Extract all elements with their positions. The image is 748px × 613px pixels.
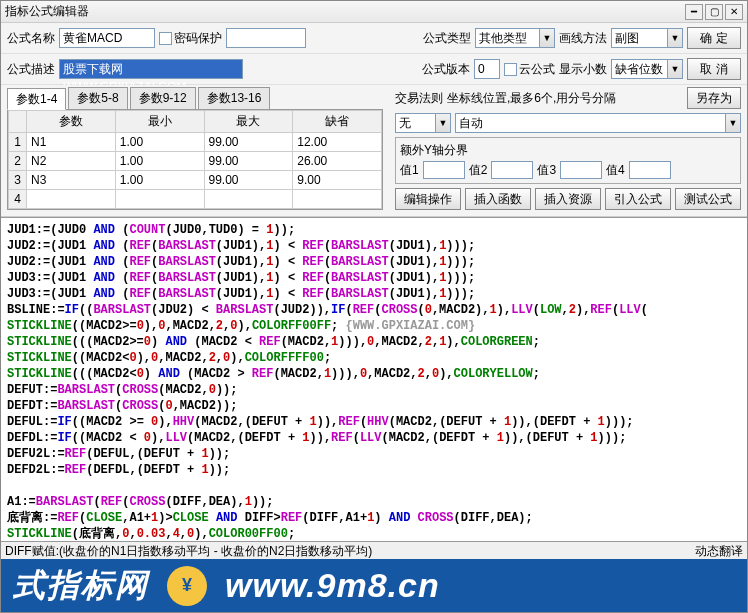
formula-type-label: 公式类型 (423, 30, 471, 47)
table-row: 3 (9, 171, 382, 190)
value2-input[interactable] (491, 161, 533, 179)
watermark-banner: 式指标网 ¥ www.9m8.cn (1, 559, 747, 612)
param-min-input[interactable] (120, 135, 200, 149)
editor-window: 指标公式编辑器 ━ ▢ ✕ 公式名称 密码保护 公式类型 其他类型▼ 画线方法 … (0, 0, 748, 613)
chevron-down-icon[interactable]: ▼ (725, 114, 740, 132)
param-name-input[interactable] (31, 154, 111, 168)
banner-logo-icon: ¥ (167, 566, 207, 606)
insert-res-button[interactable]: 插入资源 (535, 188, 601, 210)
right-panel: 交易法则 坐标线位置,最多6个,用分号分隔 另存为 无▼ 自动▼ 额外Y轴分界 … (389, 85, 747, 216)
save-as-button[interactable]: 另存为 (687, 87, 741, 109)
param-max-input[interactable] (209, 135, 289, 149)
tab-params-1-4[interactable]: 参数1-4 (7, 88, 66, 110)
coord-label: 坐标线位置,最多6个,用分号分隔 (447, 90, 683, 107)
value1-input[interactable] (423, 161, 465, 179)
cloud-formula[interactable]: 云公式 (504, 61, 555, 78)
minimize-button[interactable]: ━ (685, 4, 703, 20)
close-button[interactable]: ✕ (725, 4, 743, 20)
row-name: 公式名称 密码保护 公式类型 其他类型▼ 画线方法 副图▼ 确 定 (1, 23, 747, 54)
value4-input[interactable] (629, 161, 671, 179)
password-input[interactable] (226, 28, 306, 48)
draw-method-combo[interactable]: 副图▼ (611, 28, 683, 48)
titlebar: 指标公式编辑器 ━ ▢ ✕ (1, 1, 747, 23)
tab-params-13-16[interactable]: 参数13-16 (198, 87, 271, 109)
extra-y-axis-title: 额外Y轴分界 (400, 142, 736, 159)
banner-left-text: 式指标网 (13, 564, 149, 608)
col-param: 参数 (27, 111, 116, 133)
param-name-input[interactable] (31, 173, 111, 187)
param-def-input[interactable] (297, 192, 377, 206)
param-def-input[interactable] (297, 154, 377, 168)
status-right: 动态翻译 (695, 543, 743, 558)
param-min-input[interactable] (120, 192, 200, 206)
window-title: 指标公式编辑器 (5, 3, 685, 20)
decimals-combo[interactable]: 缺省位数▼ (611, 59, 683, 79)
param-name-input[interactable] (31, 192, 111, 206)
col-min: 最小 (115, 111, 204, 133)
chevron-down-icon[interactable]: ▼ (667, 60, 682, 78)
tab-params-5-8[interactable]: 参数5-8 (68, 87, 127, 109)
param-def-input[interactable] (297, 135, 377, 149)
formula-type-combo[interactable]: 其他类型▼ (475, 28, 555, 48)
formula-desc-label: 公式描述 (7, 61, 55, 78)
password-protect[interactable]: 密码保护 (159, 30, 222, 47)
coord-combo[interactable]: 自动▼ (455, 113, 741, 133)
param-tabs: 参数1-4 参数5-8 参数9-12 参数13-16 (7, 87, 383, 109)
import-formula-button[interactable]: 引入公式 (605, 188, 671, 210)
params-panel: 参数1-4 参数5-8 参数9-12 参数13-16 参数 最小 最大 缺省 1… (1, 85, 389, 216)
ok-button[interactable]: 确 定 (687, 27, 741, 49)
trade-law-combo[interactable]: 无▼ (395, 113, 451, 133)
param-def-input[interactable] (297, 173, 377, 187)
table-row: 4 (9, 190, 382, 209)
param-max-input[interactable] (209, 192, 289, 206)
param-max-input[interactable] (209, 173, 289, 187)
param-name-input[interactable] (31, 135, 111, 149)
action-buttons: 编辑操作 插入函数 插入资源 引入公式 测试公式 (395, 188, 741, 210)
decimals-label: 显示小数 (559, 61, 607, 78)
param-min-input[interactable] (120, 154, 200, 168)
table-row: 1 (9, 133, 382, 152)
tab-params-9-12[interactable]: 参数9-12 (130, 87, 196, 109)
param-min-input[interactable] (120, 173, 200, 187)
table-row: 2 (9, 152, 382, 171)
chevron-down-icon[interactable]: ▼ (435, 114, 450, 132)
maximize-button[interactable]: ▢ (705, 4, 723, 20)
draw-method-label: 画线方法 (559, 30, 607, 47)
mid-section: 参数1-4 参数5-8 参数9-12 参数13-16 参数 最小 最大 缺省 1… (1, 85, 747, 217)
edit-op-button[interactable]: 编辑操作 (395, 188, 461, 210)
col-max: 最大 (204, 111, 293, 133)
test-formula-button[interactable]: 测试公式 (675, 188, 741, 210)
trade-law-label: 交易法则 (395, 90, 443, 107)
param-table: 参数 最小 最大 缺省 1 2 3 4 (7, 109, 383, 210)
chevron-down-icon[interactable]: ▼ (667, 29, 682, 47)
formula-name-label: 公式名称 (7, 30, 55, 47)
cancel-button[interactable]: 取 消 (687, 58, 741, 80)
cloud-checkbox[interactable] (504, 63, 517, 76)
version-input[interactable] (474, 59, 500, 79)
formula-name-input[interactable] (59, 28, 155, 48)
chevron-down-icon[interactable]: ▼ (539, 29, 554, 47)
value3-input[interactable] (560, 161, 602, 179)
status-text: DIFF赋值:(收盘价的N1日指数移动平均 - 收盘价的N2日指数移动平均) (5, 543, 372, 558)
code-editor[interactable]: JUD1:=(JUD0 AND (COUNT(JUD0,TUD0) = 1));… (1, 217, 747, 541)
cloud-label: 云公式 (519, 61, 555, 78)
row-desc: 公式描述 股票下载网 WWW.GPXIAZAI.COM 公式版本 云公式 显示小… (1, 54, 747, 85)
param-max-input[interactable] (209, 154, 289, 168)
formula-desc-input[interactable]: 股票下载网 WWW.GPXIAZAI.COM (59, 59, 243, 79)
password-checkbox[interactable] (159, 32, 172, 45)
status-bar: DIFF赋值:(收盘价的N1日指数移动平均 - 收盘价的N2日指数移动平均) 动… (1, 541, 747, 559)
banner-right-text: www.9m8.cn (225, 566, 440, 605)
extra-y-axis: 额外Y轴分界 值1 值2 值3 值4 (395, 137, 741, 184)
version-label: 公式版本 (422, 61, 470, 78)
insert-func-button[interactable]: 插入函数 (465, 188, 531, 210)
col-default: 缺省 (293, 111, 382, 133)
window-controls: ━ ▢ ✕ (685, 4, 743, 20)
password-label: 密码保护 (174, 30, 222, 47)
